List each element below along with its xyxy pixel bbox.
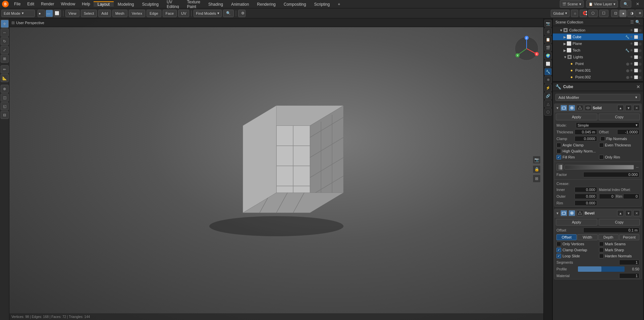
material-shading[interactable]: ◑ bbox=[627, 10, 635, 17]
bevel-edit-icon[interactable] bbox=[577, 210, 583, 216]
outliner-cube[interactable]: ▶ ⬜ Cube 🔧 👁 ⬜ ◎ bbox=[553, 34, 643, 40]
solidify-apply-btn[interactable]: Apply bbox=[556, 114, 597, 120]
bevel-camera-icon[interactable] bbox=[560, 210, 567, 216]
tab-uv-editing[interactable]: UV Editing bbox=[163, 0, 183, 9]
solidify-rim-input[interactable]: 0.000 bbox=[575, 200, 597, 206]
edge-menu[interactable]: Edge bbox=[147, 10, 161, 17]
uv-menu[interactable]: UV bbox=[178, 10, 189, 17]
solidify-only-rim-cb[interactable] bbox=[599, 155, 604, 159]
loopcut-tool[interactable]: ⊟ bbox=[1, 111, 9, 119]
add-modifier-button[interactable]: Add Modifier ▾ bbox=[555, 94, 640, 101]
menu-file[interactable]: File bbox=[11, 0, 24, 8]
menu-window[interactable]: Window bbox=[57, 0, 78, 8]
wireframe-shading[interactable]: ⊡ bbox=[611, 10, 619, 17]
view-layer-properties-icon[interactable]: 📋 bbox=[544, 36, 552, 43]
bevel-close-btn[interactable]: ✕ bbox=[633, 210, 640, 216]
add-menu[interactable]: Add bbox=[98, 10, 111, 17]
transform-selector[interactable]: Global ▾ bbox=[551, 10, 570, 17]
bevel-tab-offset[interactable]: Offset bbox=[556, 234, 577, 240]
solid-shading[interactable]: ● bbox=[619, 10, 627, 17]
select-menu[interactable]: Select bbox=[81, 10, 97, 17]
render-properties-icon[interactable]: 📷 bbox=[544, 20, 552, 27]
view-layer-selector[interactable]: 📋 View Layer ▾ bbox=[586, 0, 618, 8]
outliner-filter-btn[interactable]: ☰ bbox=[630, 20, 634, 24]
bevel-clamp-overlap-cb[interactable] bbox=[556, 248, 561, 252]
measure-tool[interactable]: 📐 bbox=[1, 74, 9, 82]
solidify-edit-icon[interactable] bbox=[577, 105, 583, 111]
cursor-tool[interactable]: ✛ bbox=[1, 20, 9, 28]
tab-animation[interactable]: Animation bbox=[227, 1, 253, 7]
bevel-tab-percent[interactable]: Percent bbox=[619, 234, 639, 240]
menu-help[interactable]: Help bbox=[78, 0, 94, 8]
tab-scripting[interactable]: Scripting bbox=[310, 1, 334, 7]
vertex-select-mode[interactable]: ● bbox=[38, 10, 45, 17]
outliner-point[interactable]: ● Point ◎ 👁 ⬜ ◎ bbox=[553, 60, 643, 67]
solidify-clamp-input[interactable]: 0.0000 bbox=[575, 136, 597, 141]
scene-properties-icon[interactable]: 🎬 bbox=[544, 44, 552, 51]
modifier-properties-icon[interactable]: 🔧 bbox=[544, 68, 552, 75]
world-properties-icon[interactable]: 🌍 bbox=[544, 52, 552, 59]
face-select-mode[interactable]: ⬜ bbox=[54, 10, 61, 17]
menu-render[interactable]: Render bbox=[38, 0, 57, 8]
rotate-tool[interactable]: ↻ bbox=[1, 37, 9, 45]
solidify-collapse-icon[interactable]: ▼ bbox=[556, 106, 559, 110]
output-properties-icon[interactable]: 🖨 bbox=[544, 28, 552, 35]
tab-rendering[interactable]: Rendering bbox=[253, 1, 279, 7]
solidify-offset-input[interactable]: -1.0000 bbox=[617, 129, 640, 135]
extrude-tool[interactable]: ⊕ bbox=[1, 85, 9, 93]
bevel-collapse-icon[interactable]: ▼ bbox=[556, 211, 559, 215]
solidify-copy-btn[interactable]: Copy bbox=[599, 114, 640, 120]
physics-properties-icon[interactable]: ⚡ bbox=[544, 84, 552, 91]
viewport-menu-toggle[interactable]: ⊞ bbox=[11, 20, 15, 25]
constraints-properties-icon[interactable]: 🔗 bbox=[544, 92, 552, 100]
move-tool[interactable]: ↔ bbox=[1, 28, 9, 37]
solidify-up-arrow[interactable]: ▲ bbox=[617, 105, 624, 111]
find-models[interactable]: Find Models ▾ bbox=[194, 10, 222, 17]
solidify-inner-input[interactable]: 0.000 bbox=[575, 187, 597, 192]
solidify-thickness-input[interactable]: 0.045 m bbox=[575, 129, 597, 135]
bevel-copy-btn[interactable]: Copy bbox=[599, 219, 640, 226]
inset-tool[interactable]: ◫ bbox=[1, 93, 9, 102]
bevel-mark-seams-cb[interactable] bbox=[599, 242, 604, 246]
xray-btn[interactable]: ☐ bbox=[599, 10, 608, 17]
bevel-render-icon[interactable] bbox=[569, 210, 575, 216]
solidify-factor-input[interactable]: 0.000 bbox=[583, 172, 639, 177]
window-close-button[interactable]: ✕ bbox=[634, 1, 641, 7]
tab-layout[interactable]: Layout bbox=[94, 1, 114, 7]
edge-select-mode[interactable]: — bbox=[46, 10, 53, 17]
outliner-plane[interactable]: ▶ ⬜ Plane 👁 ⬜ ◎ bbox=[553, 40, 643, 47]
mode-selector[interactable]: Edit Mode ▾ bbox=[1, 10, 35, 17]
bevel-up-arrow[interactable]: ▲ bbox=[617, 210, 624, 216]
add-workspace-button[interactable]: + bbox=[334, 1, 344, 7]
viewport-gizmo[interactable]: Z X Y bbox=[513, 35, 540, 62]
solidify-angle-clamp-cb[interactable] bbox=[556, 143, 561, 147]
solidify-camera-icon[interactable] bbox=[560, 105, 567, 111]
solidify-close-btn[interactable]: ✕ bbox=[633, 105, 640, 111]
bevel-profile-bar[interactable] bbox=[578, 266, 625, 272]
bevel-segments-input[interactable]: 1 bbox=[619, 260, 639, 265]
outliner-search-btn[interactable]: 🔍 bbox=[635, 20, 640, 24]
particles-properties-icon[interactable]: ❄ bbox=[544, 76, 552, 83]
menu-edit[interactable]: Edit bbox=[24, 0, 38, 8]
snap-btn[interactable]: 🧲 bbox=[580, 10, 587, 17]
scene-selector[interactable]: 🎬 Scene ▾ bbox=[560, 0, 584, 8]
bevel-only-vertices-cb[interactable] bbox=[556, 242, 561, 246]
solidify-mode-selector[interactable]: Simple ▾ bbox=[576, 122, 639, 128]
bevel-material-input[interactable]: 1 bbox=[619, 273, 639, 278]
solidify-render-icon[interactable] bbox=[569, 105, 575, 111]
solidify-mi-main-input[interactable]: 0 bbox=[599, 194, 615, 199]
outliner-lights[interactable]: ▼ Lights 👁 ⬜ ◎ bbox=[553, 54, 643, 60]
outliner-tech[interactable]: ▶ ⬜ Tech 🔧 👁 ⬜ ◎ bbox=[553, 47, 643, 54]
view-menu[interactable]: View bbox=[65, 10, 79, 17]
object-properties-icon[interactable]: ⬜ bbox=[544, 60, 552, 67]
solidify-down-arrow[interactable]: ▼ bbox=[625, 105, 632, 111]
tab-modeling[interactable]: Modeling bbox=[114, 1, 138, 7]
bevel-tab-width[interactable]: Width bbox=[577, 234, 597, 240]
bevel-offset-input[interactable]: 0.1 m bbox=[583, 228, 639, 233]
vertex-menu[interactable]: Vertex bbox=[129, 10, 145, 17]
viewport-3d[interactable]: ⊞ User Perspective bbox=[9, 18, 543, 320]
solidify-high-quality-cb[interactable] bbox=[556, 149, 561, 153]
solidify-gradient-icon[interactable] bbox=[556, 164, 563, 171]
tab-shading[interactable]: Shading bbox=[204, 1, 227, 7]
search-button[interactable]: 🔍 bbox=[621, 0, 631, 8]
